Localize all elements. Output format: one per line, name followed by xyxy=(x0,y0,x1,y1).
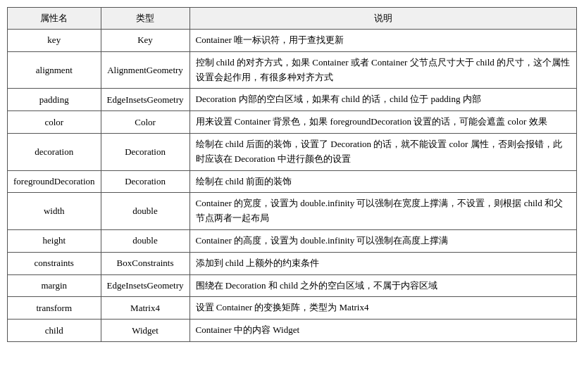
cell-type: Key xyxy=(101,30,190,52)
table-row: decorationDecoration绘制在 child 后面的装饰，设置了 … xyxy=(8,133,577,170)
table-row: paddingEdgeInsetsGeometryDecoration 内部的空… xyxy=(8,89,577,111)
cell-description: 围绕在 Decoration 和 child 之外的空白区域，不属于内容区域 xyxy=(190,274,576,297)
cell-description: Container 中的内容 Widget xyxy=(190,320,576,342)
cell-type: Decoration xyxy=(101,133,190,170)
table-row: heightdoubleContainer 的高度，设置为 double.inf… xyxy=(8,229,577,252)
cell-type: BoxConstraints xyxy=(101,252,190,274)
table-row: keyKeyContainer 唯一标识符，用于查找更新 xyxy=(8,30,577,52)
header-type: 类型 xyxy=(101,8,190,30)
cell-prop-name: width xyxy=(8,193,101,230)
cell-prop-name: decoration xyxy=(8,133,101,170)
cell-type: Color xyxy=(101,111,190,134)
cell-description: 绘制在 child 后面的装饰，设置了 Decoration 的话，就不能设置 … xyxy=(190,133,576,170)
table-row: constraintsBoxConstraints添加到 child 上额外的约… xyxy=(8,252,577,274)
cell-type: EdgeInsetsGeometry xyxy=(101,274,190,297)
cell-type: Matrix4 xyxy=(101,297,190,320)
cell-prop-name: margin xyxy=(8,274,101,297)
cell-description: Decoration 内部的空白区域，如果有 child 的话，child 位于… xyxy=(190,89,576,111)
cell-type: AlignmentGeometry xyxy=(101,51,190,89)
header-prop-name: 属性名 xyxy=(8,8,101,30)
table-header-row: 属性名 类型 说明 xyxy=(8,8,577,30)
cell-type: Decoration xyxy=(101,170,190,193)
cell-description: Container 的高度，设置为 double.infinity 可以强制在高… xyxy=(190,229,576,252)
table-row: transformMatrix4设置 Container 的变换矩阵，类型为 M… xyxy=(8,297,577,320)
cell-prop-name: key xyxy=(8,30,101,52)
cell-description: 设置 Container 的变换矩阵，类型为 Matrix4 xyxy=(190,297,576,320)
cell-type: double xyxy=(101,229,190,252)
cell-description: Container 的宽度，设置为 double.infinity 可以强制在宽… xyxy=(190,193,576,230)
table-row: alignmentAlignmentGeometry控制 child 的对齐方式… xyxy=(8,51,577,89)
cell-description: 控制 child 的对齐方式，如果 Container 或者 Container… xyxy=(190,51,576,89)
table-row: widthdoubleContainer 的宽度，设置为 double.infi… xyxy=(8,193,577,230)
cell-prop-name: transform xyxy=(8,297,101,320)
cell-description: 绘制在 child 前面的装饰 xyxy=(190,170,576,193)
table-row: foregroundDecorationDecoration绘制在 child … xyxy=(8,170,577,193)
cell-description: 添加到 child 上额外的约束条件 xyxy=(190,252,576,274)
cell-prop-name: child xyxy=(8,320,101,342)
cell-description: 用来设置 Container 背景色，如果 foregroundDecorati… xyxy=(190,111,576,134)
cell-prop-name: height xyxy=(8,229,101,252)
table-row: colorColor用来设置 Container 背景色，如果 foregrou… xyxy=(8,111,577,134)
cell-prop-name: constraints xyxy=(8,252,101,274)
cell-description: Container 唯一标识符，用于查找更新 xyxy=(190,30,576,52)
main-container: 属性名 类型 说明 keyKeyContainer 唯一标识符，用于查找更新al… xyxy=(0,0,584,349)
properties-table: 属性名 类型 说明 keyKeyContainer 唯一标识符，用于查找更新al… xyxy=(7,7,577,342)
cell-type: double xyxy=(101,193,190,230)
cell-type: Widget xyxy=(101,320,190,342)
table-row: marginEdgeInsetsGeometry围绕在 Decoration 和… xyxy=(8,274,577,297)
cell-prop-name: padding xyxy=(8,89,101,111)
header-desc: 说明 xyxy=(190,8,576,30)
cell-prop-name: color xyxy=(8,111,101,134)
cell-prop-name: foregroundDecoration xyxy=(8,170,101,193)
cell-type: EdgeInsetsGeometry xyxy=(101,89,190,111)
table-row: childWidgetContainer 中的内容 Widget xyxy=(8,320,577,342)
cell-prop-name: alignment xyxy=(8,51,101,89)
